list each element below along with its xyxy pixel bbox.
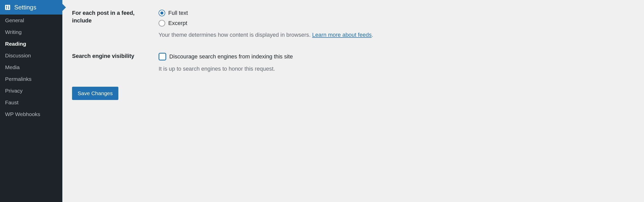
sidebar-item-privacy[interactable]: Privacy bbox=[0, 85, 62, 97]
sidebar-item-writing[interactable]: Writing bbox=[0, 26, 62, 38]
search-help-text: It is up to search engines to honor this… bbox=[159, 65, 634, 73]
search-visibility-row: Search engine visibility Discourage sear… bbox=[72, 52, 634, 73]
feed-content-row: For each post in a feed, include Full te… bbox=[72, 9, 634, 39]
feed-help-prefix: Your theme determines how content is dis… bbox=[159, 32, 312, 38]
feed-content-label: For each post in a feed, include bbox=[72, 9, 159, 39]
search-visibility-field: Discourage search engines from indexing … bbox=[159, 52, 634, 73]
feed-help-suffix: . bbox=[372, 32, 373, 38]
radio-label-excerpt: Excerpt bbox=[168, 20, 187, 27]
checkbox-label-discourage: Discourage search engines from indexing … bbox=[169, 53, 293, 60]
sidebar-header-settings[interactable]: Settings bbox=[0, 0, 62, 15]
radio-label-full-text: Full text bbox=[168, 10, 188, 16]
sidebar-item-reading[interactable]: Reading bbox=[0, 38, 62, 50]
checkbox-discourage-search[interactable] bbox=[159, 53, 166, 60]
radio-excerpt[interactable] bbox=[159, 20, 165, 27]
radio-option-excerpt[interactable]: Excerpt bbox=[159, 20, 634, 27]
search-visibility-label: Search engine visibility bbox=[72, 52, 159, 73]
sidebar-item-wp-webhooks[interactable]: WP Webhooks bbox=[0, 108, 62, 120]
sidebar-header-title: Settings bbox=[14, 4, 36, 11]
svg-rect-0 bbox=[5, 5, 10, 10]
radio-full-text[interactable] bbox=[159, 10, 165, 16]
feed-content-field: Full text Excerpt Your theme determines … bbox=[159, 9, 634, 39]
sidebar-item-discussion[interactable]: Discussion bbox=[0, 50, 62, 61]
checkbox-option-discourage[interactable]: Discourage search engines from indexing … bbox=[159, 53, 634, 60]
sidebar-item-faust[interactable]: Faust bbox=[0, 97, 62, 108]
sidebar-item-general[interactable]: General bbox=[0, 15, 62, 26]
svg-rect-3 bbox=[6, 6, 7, 7]
sidebar-item-permalinks[interactable]: Permalinks bbox=[0, 73, 62, 85]
svg-rect-4 bbox=[8, 8, 9, 8]
sidebar-item-media[interactable]: Media bbox=[0, 61, 62, 73]
settings-sliders-icon bbox=[4, 4, 11, 11]
learn-more-feeds-link[interactable]: Learn more about feeds bbox=[312, 32, 372, 38]
admin-sidebar: Settings General Writing Reading Discuss… bbox=[0, 0, 62, 202]
save-changes-button[interactable]: Save Changes bbox=[72, 87, 118, 100]
settings-content: For each post in a feed, include Full te… bbox=[62, 0, 644, 202]
radio-option-full-text[interactable]: Full text bbox=[159, 10, 634, 16]
feed-help-text: Your theme determines how content is dis… bbox=[159, 31, 634, 39]
